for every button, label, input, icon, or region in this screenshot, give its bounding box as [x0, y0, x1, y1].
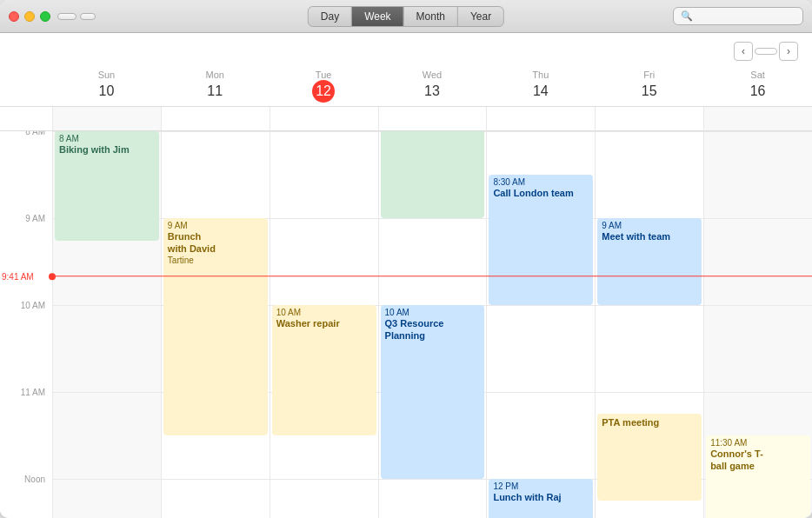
event-title: Connor's T- ball game	[710, 448, 806, 473]
titlebar: Day Week Month Year 🔍	[0, 0, 812, 33]
event-title: Washer repair	[276, 317, 372, 329]
day-col-4: 8:30 AMCall London team12 PMLunch with R…	[486, 131, 595, 518]
hour-line	[704, 218, 812, 219]
day-col-6: 11:30 AMConnor's T- ball game	[703, 131, 812, 518]
hour-line	[270, 479, 378, 480]
event-call-london[interactable]: 8:30 AMCall London team	[489, 175, 593, 305]
hour-line	[704, 131, 812, 132]
search-icon: 🔍	[681, 10, 693, 22]
minimize-button[interactable]	[24, 11, 35, 22]
day-header-thu: Thu 14	[486, 66, 595, 106]
day-header-tue: Tue 12	[270, 66, 378, 106]
now-time-label: 9:41 AM	[2, 271, 34, 281]
hour-line	[270, 218, 378, 219]
event-q3resource[interactable]: 10 AMQ3 Resource Planning	[381, 305, 485, 479]
calendars-button[interactable]	[57, 13, 77, 20]
event-time: 8 AM	[59, 134, 155, 143]
hour-line	[487, 392, 595, 393]
event-time: 9 AM	[602, 221, 697, 230]
allday-sat	[703, 107, 812, 130]
allday-sun	[52, 107, 161, 130]
allday-row	[0, 107, 812, 131]
hour-line	[379, 218, 487, 219]
day-header-mon: Mon 11	[161, 66, 270, 106]
event-lunch-raj[interactable]: 12 PMLunch with Raj	[489, 479, 593, 518]
allday-fri	[595, 107, 703, 130]
close-button[interactable]	[9, 11, 19, 22]
allday-thu	[486, 107, 595, 130]
allday-label	[0, 107, 52, 130]
event-kickboxing[interactable]: 7:30 AMKickboxing	[381, 131, 485, 218]
time-area[interactable]: 8 AM9 AM10 AM11 AMNoon1 PM2 PM3 PM8 AMBi…	[0, 131, 812, 518]
now-dot	[49, 273, 56, 280]
day-header-fri: Fri 15	[595, 66, 703, 106]
event-biking[interactable]: 8 AMBiking with Jim	[55, 131, 159, 241]
hour-line	[704, 305, 812, 306]
event-pta[interactable]: PTA meeting	[597, 414, 702, 501]
time-label: 11 AM	[21, 388, 45, 397]
day-col-5: 9 AMMeet with teamPTA meeting	[595, 131, 703, 518]
event-time: 11:30 AM	[710, 438, 806, 448]
day-col-0: 8 AMBiking with Jim	[52, 131, 161, 518]
event-time: 10 AM	[385, 308, 481, 317]
day-headers: Sun 10 Mon 11 Tue 12 Wed 13 Thu 14 Fri 1…	[0, 66, 812, 107]
tab-day[interactable]: Day	[309, 7, 352, 26]
hour-line	[487, 131, 595, 132]
main-content: ‹ › Sun 10 Mon 11 Tue 12 Wed 13	[0, 33, 812, 518]
add-event-button[interactable]	[80, 13, 96, 20]
hour-line	[53, 305, 161, 306]
tab-month[interactable]: Month	[404, 7, 458, 26]
hour-line	[596, 305, 703, 306]
day-header-wed: Wed 13	[378, 66, 487, 106]
event-meet-team[interactable]: 9 AMMeet with team	[597, 218, 702, 305]
prev-button[interactable]: ‹	[734, 42, 753, 61]
event-time: 10 AM	[276, 308, 372, 317]
days-columns: 8 AMBiking with Jim9 AMBrunch with David…	[52, 131, 812, 518]
maximize-button[interactable]	[40, 11, 50, 22]
event-time: 8:30 AM	[493, 177, 589, 187]
event-title: Lunch with Raj	[493, 491, 589, 503]
hour-line	[270, 131, 378, 132]
event-title: PTA meeting	[602, 416, 697, 428]
today-button[interactable]	[755, 48, 777, 55]
event-subtitle: Tartine	[168, 256, 263, 265]
event-time: 12 PM	[493, 481, 589, 491]
event-time: 9 AM	[168, 221, 263, 230]
hour-line	[162, 479, 270, 480]
day-col-2: 10 AMWasher repair	[270, 131, 378, 518]
day-col-1: 9 AMBrunch with DavidTartine	[161, 131, 270, 518]
event-connors[interactable]: 11:30 AMConnor's T- ball game	[706, 435, 810, 518]
event-brunch[interactable]: 9 AMBrunch with DavidTartine	[163, 218, 268, 435]
event-title: Q3 Resource Planning	[385, 317, 481, 342]
now-line	[52, 276, 812, 277]
traffic-lights	[9, 11, 50, 22]
hour-line	[162, 131, 270, 132]
hour-line	[379, 479, 487, 480]
allday-mon	[161, 107, 270, 130]
calendar-header: ‹ ›	[0, 33, 812, 66]
event-title: Meet with team	[602, 230, 697, 242]
event-title: Call London team	[493, 187, 589, 199]
hour-line	[53, 479, 161, 480]
allday-tue	[270, 107, 378, 130]
time-label: 8 AM	[25, 131, 45, 136]
time-labels: 8 AM9 AM10 AM11 AMNoon1 PM2 PM3 PM	[0, 131, 52, 518]
event-title: Brunch with David	[168, 230, 263, 256]
day-header-sat: Sat 16	[703, 66, 812, 106]
next-button[interactable]: ›	[779, 42, 798, 61]
hour-line	[596, 131, 703, 132]
search-bar[interactable]: 🔍	[673, 7, 803, 25]
hour-line	[53, 392, 161, 393]
calendar-window: Day Week Month Year 🔍 ‹ › Sun 10	[0, 0, 812, 518]
day-col-3: 7:30 AMKickboxing10 AMQ3 Resource Planni…	[378, 131, 487, 518]
tab-week[interactable]: Week	[352, 7, 403, 26]
hour-line	[596, 392, 703, 393]
hour-line	[704, 392, 812, 393]
event-title: Biking with Jim	[59, 143, 155, 156]
nav-arrows: ‹ ›	[734, 42, 798, 61]
view-tabs: Day Week Month Year	[308, 6, 504, 27]
allday-wed	[378, 107, 487, 130]
tab-year[interactable]: Year	[458, 7, 503, 26]
time-label: 10 AM	[21, 301, 45, 310]
event-washer[interactable]: 10 AMWasher repair	[272, 305, 376, 435]
